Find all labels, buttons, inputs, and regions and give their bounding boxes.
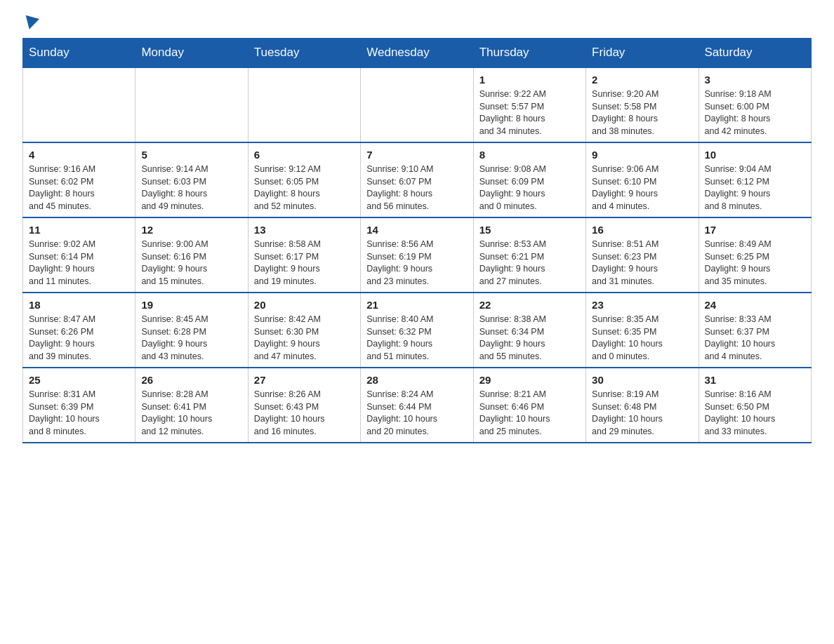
day-info: Sunrise: 8:53 AM Sunset: 6:21 PM Dayligh… bbox=[479, 239, 580, 288]
weekday-header-tuesday: Tuesday bbox=[248, 39, 360, 68]
calendar-cell: 31Sunrise: 8:16 AM Sunset: 6:50 PM Dayli… bbox=[699, 368, 811, 443]
calendar-cell: 17Sunrise: 8:49 AM Sunset: 6:25 PM Dayli… bbox=[699, 217, 811, 293]
day-number: 14 bbox=[366, 222, 467, 237]
day-number: 25 bbox=[29, 373, 129, 387]
calendar-cell: 16Sunrise: 8:51 AM Sunset: 6:23 PM Dayli… bbox=[586, 217, 699, 293]
calendar-cell: 1Sunrise: 9:22 AM Sunset: 5:57 PM Daylig… bbox=[473, 67, 585, 142]
day-number: 17 bbox=[705, 222, 805, 237]
weekday-header-monday: Monday bbox=[135, 39, 248, 68]
calendar-cell: 24Sunrise: 8:33 AM Sunset: 6:37 PM Dayli… bbox=[699, 293, 811, 368]
calendar-cell: 18Sunrise: 8:47 AM Sunset: 6:26 PM Dayli… bbox=[23, 293, 135, 368]
calendar-cell: 12Sunrise: 9:00 AM Sunset: 6:16 PM Dayli… bbox=[135, 217, 248, 293]
day-info: Sunrise: 8:33 AM Sunset: 6:37 PM Dayligh… bbox=[705, 314, 805, 363]
calendar-cell: 10Sunrise: 9:04 AM Sunset: 6:12 PM Dayli… bbox=[699, 142, 811, 217]
calendar-table: SundayMondayTuesdayWednesdayThursdayFrid… bbox=[22, 38, 812, 443]
day-number: 4 bbox=[29, 147, 129, 162]
weekday-header-sunday: Sunday bbox=[23, 39, 135, 68]
calendar-cell: 7Sunrise: 9:10 AM Sunset: 6:07 PM Daylig… bbox=[361, 142, 473, 217]
day-number: 11 bbox=[29, 222, 129, 237]
day-info: Sunrise: 9:12 AM Sunset: 6:05 PM Dayligh… bbox=[254, 163, 355, 213]
day-number: 19 bbox=[141, 297, 241, 312]
day-info: Sunrise: 9:06 AM Sunset: 6:10 PM Dayligh… bbox=[592, 163, 692, 213]
calendar-cell: 26Sunrise: 8:28 AM Sunset: 6:41 PM Dayli… bbox=[135, 368, 248, 443]
day-number: 6 bbox=[254, 147, 355, 162]
weekday-header-row: SundayMondayTuesdayWednesdayThursdayFrid… bbox=[23, 39, 812, 68]
calendar-cell: 13Sunrise: 8:58 AM Sunset: 6:17 PM Dayli… bbox=[248, 217, 360, 293]
day-number: 24 bbox=[705, 297, 805, 312]
calendar-cell: 21Sunrise: 8:40 AM Sunset: 6:32 PM Dayli… bbox=[361, 293, 473, 368]
calendar-cell: 6Sunrise: 9:12 AM Sunset: 6:05 PM Daylig… bbox=[248, 142, 360, 217]
day-info: Sunrise: 8:28 AM Sunset: 6:41 PM Dayligh… bbox=[141, 389, 241, 438]
calendar-cell: 2Sunrise: 9:20 AM Sunset: 5:58 PM Daylig… bbox=[586, 67, 699, 142]
day-info: Sunrise: 8:51 AM Sunset: 6:23 PM Dayligh… bbox=[592, 239, 692, 288]
calendar-cell: 3Sunrise: 9:18 AM Sunset: 6:00 PM Daylig… bbox=[699, 67, 811, 142]
day-number: 30 bbox=[592, 373, 692, 387]
day-number: 7 bbox=[366, 147, 467, 162]
weekday-header-thursday: Thursday bbox=[473, 39, 585, 68]
calendar-cell: 28Sunrise: 8:24 AM Sunset: 6:44 PM Dayli… bbox=[361, 368, 473, 443]
calendar-cell bbox=[23, 67, 135, 142]
calendar-cell: 20Sunrise: 8:42 AM Sunset: 6:30 PM Dayli… bbox=[248, 293, 360, 368]
day-number: 15 bbox=[479, 222, 580, 237]
day-info: Sunrise: 9:10 AM Sunset: 6:07 PM Dayligh… bbox=[366, 163, 467, 213]
day-info: Sunrise: 9:00 AM Sunset: 6:16 PM Dayligh… bbox=[141, 239, 241, 288]
day-info: Sunrise: 8:21 AM Sunset: 6:46 PM Dayligh… bbox=[479, 389, 580, 438]
day-info: Sunrise: 8:45 AM Sunset: 6:28 PM Dayligh… bbox=[141, 314, 241, 363]
calendar-cell bbox=[361, 67, 473, 142]
day-info: Sunrise: 8:56 AM Sunset: 6:19 PM Dayligh… bbox=[366, 239, 467, 288]
calendar-cell: 23Sunrise: 8:35 AM Sunset: 6:35 PM Dayli… bbox=[586, 293, 699, 368]
day-info: Sunrise: 8:24 AM Sunset: 6:44 PM Dayligh… bbox=[366, 389, 467, 438]
calendar-cell: 14Sunrise: 8:56 AM Sunset: 6:19 PM Dayli… bbox=[361, 217, 473, 293]
day-info: Sunrise: 8:49 AM Sunset: 6:25 PM Dayligh… bbox=[705, 239, 805, 288]
day-info: Sunrise: 8:47 AM Sunset: 6:26 PM Dayligh… bbox=[29, 314, 129, 363]
calendar-week-row: 1Sunrise: 9:22 AM Sunset: 5:57 PM Daylig… bbox=[23, 67, 812, 142]
day-info: Sunrise: 8:31 AM Sunset: 6:39 PM Dayligh… bbox=[29, 389, 129, 438]
day-info: Sunrise: 9:16 AM Sunset: 6:02 PM Dayligh… bbox=[29, 163, 129, 213]
calendar-cell: 11Sunrise: 9:02 AM Sunset: 6:14 PM Dayli… bbox=[23, 217, 135, 293]
calendar-cell: 22Sunrise: 8:38 AM Sunset: 6:34 PM Dayli… bbox=[473, 293, 585, 368]
calendar-cell bbox=[248, 67, 360, 142]
day-number: 13 bbox=[254, 222, 355, 237]
day-info: Sunrise: 8:35 AM Sunset: 6:35 PM Dayligh… bbox=[592, 314, 692, 363]
day-info: Sunrise: 9:22 AM Sunset: 5:57 PM Dayligh… bbox=[479, 88, 580, 137]
calendar-cell: 25Sunrise: 8:31 AM Sunset: 6:39 PM Dayli… bbox=[23, 368, 135, 443]
day-number: 31 bbox=[705, 373, 805, 387]
day-number: 28 bbox=[366, 373, 467, 387]
calendar-week-row: 18Sunrise: 8:47 AM Sunset: 6:26 PM Dayli… bbox=[23, 293, 812, 368]
day-number: 10 bbox=[705, 147, 805, 162]
day-info: Sunrise: 9:20 AM Sunset: 5:58 PM Dayligh… bbox=[592, 88, 692, 137]
day-number: 22 bbox=[479, 297, 580, 312]
day-number: 8 bbox=[479, 147, 580, 162]
day-number: 21 bbox=[366, 297, 467, 312]
day-info: Sunrise: 9:18 AM Sunset: 6:00 PM Dayligh… bbox=[705, 88, 805, 137]
day-number: 9 bbox=[592, 147, 692, 162]
day-info: Sunrise: 8:58 AM Sunset: 6:17 PM Dayligh… bbox=[254, 239, 355, 288]
day-info: Sunrise: 9:08 AM Sunset: 6:09 PM Dayligh… bbox=[479, 163, 580, 213]
page-header bbox=[22, 17, 812, 29]
day-info: Sunrise: 8:16 AM Sunset: 6:50 PM Dayligh… bbox=[705, 389, 805, 438]
day-info: Sunrise: 9:14 AM Sunset: 6:03 PM Dayligh… bbox=[141, 163, 241, 213]
day-number: 12 bbox=[141, 222, 241, 237]
calendar-cell: 30Sunrise: 8:19 AM Sunset: 6:48 PM Dayli… bbox=[586, 368, 699, 443]
calendar-cell: 4Sunrise: 9:16 AM Sunset: 6:02 PM Daylig… bbox=[23, 142, 135, 217]
calendar-cell: 19Sunrise: 8:45 AM Sunset: 6:28 PM Dayli… bbox=[135, 293, 248, 368]
day-info: Sunrise: 8:26 AM Sunset: 6:43 PM Dayligh… bbox=[254, 389, 355, 438]
day-info: Sunrise: 8:42 AM Sunset: 6:30 PM Dayligh… bbox=[254, 314, 355, 363]
day-number: 20 bbox=[254, 297, 355, 312]
day-number: 29 bbox=[479, 373, 580, 387]
logo-triangle-icon bbox=[22, 15, 39, 32]
calendar-cell: 15Sunrise: 8:53 AM Sunset: 6:21 PM Dayli… bbox=[473, 217, 585, 293]
weekday-header-saturday: Saturday bbox=[699, 39, 811, 68]
calendar-cell: 29Sunrise: 8:21 AM Sunset: 6:46 PM Dayli… bbox=[473, 368, 585, 443]
day-info: Sunrise: 9:02 AM Sunset: 6:14 PM Dayligh… bbox=[29, 239, 129, 288]
day-number: 3 bbox=[705, 72, 805, 87]
weekday-header-wednesday: Wednesday bbox=[361, 39, 473, 68]
day-number: 27 bbox=[254, 373, 355, 387]
day-number: 16 bbox=[592, 222, 692, 237]
calendar-cell: 8Sunrise: 9:08 AM Sunset: 6:09 PM Daylig… bbox=[473, 142, 585, 217]
day-info: Sunrise: 8:19 AM Sunset: 6:48 PM Dayligh… bbox=[592, 389, 692, 438]
calendar-cell bbox=[135, 67, 248, 142]
calendar-cell: 27Sunrise: 8:26 AM Sunset: 6:43 PM Dayli… bbox=[248, 368, 360, 443]
day-info: Sunrise: 8:38 AM Sunset: 6:34 PM Dayligh… bbox=[479, 314, 580, 363]
calendar-cell: 9Sunrise: 9:06 AM Sunset: 6:10 PM Daylig… bbox=[586, 142, 699, 217]
